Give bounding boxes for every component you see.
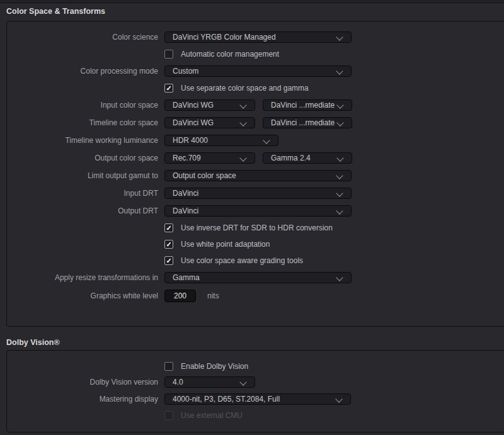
output-drt-value: DaVinci [173,206,198,215]
input-color-space-dropdown[interactable]: DaVinci WG [164,99,255,111]
top-divider [0,0,504,3]
enable-dolby-vision-row: Enable Dolby Vision [7,361,504,371]
color-science-row: Color science DaVinci YRGB Color Managed [7,31,504,43]
input-color-space-label: Input color space [7,101,164,110]
dolby-vision-version-row: Dolby Vision version 4.0 [7,376,504,388]
use-white-point-adaptation-row: ✓ Use white point adaptation [7,239,504,249]
chevron-down-icon [336,119,343,126]
chevron-down-icon [336,207,343,214]
chevron-down-icon [336,172,343,179]
use-inverse-drt-row: ✓ Use inverse DRT for SDR to HDR convers… [7,223,504,233]
enable-dolby-vision-checkbox[interactable] [164,362,173,371]
limit-output-gamut-row: Limit output gamut to Output color space [7,170,504,181]
limit-output-gamut-label: Limit output gamut to [7,171,164,180]
use-color-space-aware-grading-checkbox[interactable]: ✓ [164,256,173,265]
output-drt-row: Output DRT DaVinci [7,205,504,217]
use-color-space-aware-grading-label: Use color space aware grading tools [181,256,303,265]
output-drt-label: Output DRT [7,206,164,215]
color-processing-mode-label: Color processing mode [7,67,164,76]
chevron-down-icon [336,274,343,281]
input-color-space-row: Input color space DaVinci WG DaVinci ...… [7,99,504,111]
use-external-cmu-row: Use external CMU [7,410,504,421]
automatic-color-management-label: Automatic color management [181,50,279,59]
timeline-gamma-dropdown[interactable]: DaVinci ...rmediate [263,117,352,128]
dolby-vision-version-label: Dolby Vision version [7,378,164,387]
mastering-display-dropdown[interactable]: 4000-nit, P3, D65, ST.2084, Full [164,393,351,405]
timeline-working-luminance-dropdown[interactable]: HDR 4000 [164,135,278,146]
use-separate-color-space-gamma-label: Use separate color space and gamma [181,84,309,93]
use-inverse-drt-checkbox[interactable]: ✓ [164,223,173,232]
chevron-down-icon [263,137,270,144]
color-science-value: DaVinci YRGB Color Managed [173,33,276,42]
mastering-display-label: Mastering display [7,395,164,404]
input-drt-dropdown[interactable]: DaVinci [164,188,352,199]
input-gamma-value: DaVinci ...rmediate [271,101,335,110]
color-science-label: Color science [7,33,164,42]
dolby-vision-panel: Enable Dolby Vision Dolby Vision version… [6,350,504,432]
timeline-color-space-label: Timeline color space [7,118,164,127]
limit-output-gamut-dropdown[interactable]: Output color space [164,170,352,181]
output-color-space-value: Rec.709 [173,154,201,162]
automatic-color-management-row: Automatic color management [7,49,504,59]
use-separate-color-space-gamma-checkbox[interactable]: ✓ [164,84,173,93]
timeline-working-luminance-label: Timeline working luminance [7,136,164,145]
use-white-point-adaptation-label: Use white point adaptation [181,240,270,249]
chevron-down-icon [239,154,246,161]
check-icon: ✓ [166,241,171,248]
timeline-color-space-value: DaVinci WG [173,118,214,127]
timeline-color-space-dropdown[interactable]: DaVinci WG [164,117,255,128]
apply-resize-transformations-label: Apply resize transformations in [7,273,164,282]
section-title-color-space-transforms: Color Space & Transforms [6,7,105,16]
mastering-display-row: Mastering display 4000-nit, P3, D65, ST.… [7,393,504,405]
check-icon: ✓ [166,85,171,92]
timeline-working-luminance-row: Timeline working luminance HDR 4000 [7,135,504,146]
input-drt-value: DaVinci [173,189,198,198]
use-separate-color-space-gamma-row: ✓ Use separate color space and gamma [7,83,504,93]
graphics-white-level-row: Graphics white level nits [7,290,504,302]
graphics-white-level-label: Graphics white level [7,291,164,300]
mastering-display-value: 4000-nit, P3, D65, ST.2084, Full [173,395,280,404]
chevron-down-icon [336,189,343,196]
section-title-dolby-vision: Dolby Vision® [6,338,60,347]
color-space-transforms-panel: Color science DaVinci YRGB Color Managed… [6,21,504,327]
dolby-vision-version-dropdown[interactable]: 4.0 [164,376,255,388]
check-icon: ✓ [166,257,171,264]
color-processing-mode-dropdown[interactable]: Custom [164,65,352,77]
chevron-down-icon [336,33,343,40]
use-color-space-aware-grading-row: ✓ Use color space aware grading tools [7,256,504,266]
enable-dolby-vision-label: Enable Dolby Vision [181,362,248,371]
color-processing-mode-value: Custom [173,67,198,76]
use-external-cmu-label: Use external CMU [181,411,243,420]
chevron-down-icon [335,395,342,402]
output-color-space-dropdown[interactable]: Rec.709 [164,152,255,164]
color-science-dropdown[interactable]: DaVinci YRGB Color Managed [164,31,352,43]
timeline-gamma-value: DaVinci ...rmediate [271,118,335,127]
output-color-space-label: Output color space [7,154,164,162]
use-white-point-adaptation-checkbox[interactable]: ✓ [164,240,173,249]
output-color-space-row: Output color space Rec.709 Gamma 2.4 [7,152,504,164]
chevron-down-icon [239,119,246,126]
chevron-down-icon [336,67,343,74]
chevron-down-icon [336,154,343,161]
chevron-down-icon [336,101,343,108]
input-drt-row: Input DRT DaVinci [7,188,504,199]
apply-resize-transformations-row: Apply resize transformations in Gamma [7,272,504,283]
automatic-color-management-checkbox[interactable] [164,50,173,59]
input-gamma-dropdown[interactable]: DaVinci ...rmediate [263,99,352,111]
use-external-cmu-checkbox [164,411,173,420]
graphics-white-level-unit: nits [207,291,219,300]
apply-resize-transformations-value: Gamma [173,273,200,282]
chevron-down-icon [239,378,246,385]
output-drt-dropdown[interactable]: DaVinci [164,205,352,217]
output-gamma-dropdown[interactable]: Gamma 2.4 [263,152,352,164]
chevron-down-icon [239,101,246,108]
dolby-vision-version-value: 4.0 [173,378,183,387]
timeline-color-space-row: Timeline color space DaVinci WG DaVinci … [7,117,504,128]
apply-resize-transformations-dropdown[interactable]: Gamma [164,272,352,283]
input-drt-label: Input DRT [7,189,164,198]
output-gamma-value: Gamma 2.4 [271,154,311,162]
timeline-working-luminance-value: HDR 4000 [173,136,208,145]
check-icon: ✓ [166,225,171,232]
graphics-white-level-input[interactable] [164,290,196,302]
limit-output-gamut-value: Output color space [173,171,236,180]
